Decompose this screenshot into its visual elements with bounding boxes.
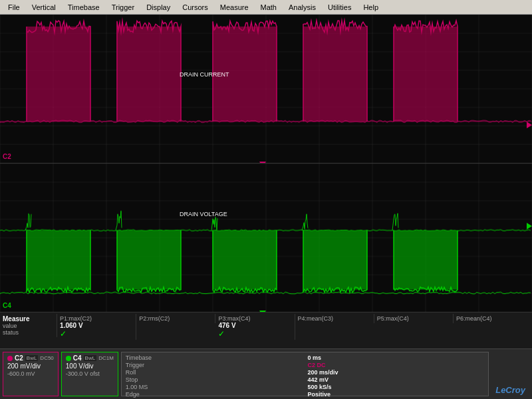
oscilloscope-display: C2 DRAIN CURRENT C4 DRAIN VOLTAGE Measur…	[0, 15, 532, 399]
ch4-name: C4	[73, 354, 82, 362]
trigger-label: Trigger	[126, 362, 303, 368]
ch4-color-dot	[66, 356, 71, 361]
horiz-scale: 200 ms/div	[308, 369, 485, 376]
measure-p4: P4:mean(C3)	[295, 314, 374, 323]
p3-value: 476 V	[218, 322, 291, 329]
ch2-settings[interactable]: C2 BwL DC50 200 mV/div -600.0 mV	[3, 352, 59, 396]
ch2-label-row: C2 BwL DC50	[7, 354, 54, 362]
sample-rate: 500 kS/s	[308, 384, 485, 390]
menu-math[interactable]: Math	[255, 2, 282, 13]
timebase-settings[interactable]: Timebase 0 ms Trigger C2 DC Roll 200 ms/…	[121, 352, 489, 396]
timebase-label: Timebase	[126, 354, 303, 361]
measure-status-label: status	[3, 329, 54, 336]
ch2-bw: BwL	[25, 355, 39, 361]
measure-p2: P2:rms(C2)	[136, 314, 215, 323]
ch2-label: C2	[3, 153, 11, 160]
menu-utilities[interactable]: Utilities	[323, 2, 356, 13]
ch4-scale: 100 V/div	[66, 362, 114, 370]
measure-p6: P6:mean(C4)	[454, 314, 532, 323]
measure-p1: P1:max(C2) 1.060 V ✓	[57, 314, 136, 340]
ch2-color-dot	[7, 356, 13, 361]
measure-p3: P3:max(C4) 476 V ✓	[215, 314, 295, 340]
timebase-value: 0 ms	[308, 354, 485, 361]
stop-value: 442 mV	[308, 376, 485, 383]
p5-label: P5:max(C4)	[377, 315, 450, 322]
ch2-name: C2	[15, 354, 23, 362]
menu-cursors[interactable]: Cursors	[177, 2, 213, 13]
ch2-signal-label: DRAIN CURRENT	[180, 71, 229, 78]
bottom-bar: Measure value status P1:max(C2) 1.060 V …	[0, 313, 532, 399]
channel-settings-row: C2 BwL DC50 200 mV/div -600.0 mV C4 BwL …	[0, 349, 532, 399]
ch4-trig-marker	[259, 311, 266, 313]
p1-label: P1:max(C2)	[60, 315, 133, 322]
measure-title: Measure	[3, 315, 54, 323]
menu-measure[interactable]: Measure	[215, 2, 254, 13]
ch4-settings[interactable]: C4 BwL DC1M 100 V/div -300.0 V ofst	[61, 352, 118, 396]
lecroy-logo: LeCroy	[491, 384, 529, 396]
menu-vertical[interactable]: Vertical	[27, 2, 61, 13]
mem-label: 1.00 MS	[126, 384, 303, 390]
waveform-ch2	[0, 15, 532, 163]
ch2-arrow	[527, 122, 532, 128]
ch2-coupling: DC50	[40, 355, 53, 361]
channel2-panel: C2 DRAIN CURRENT	[0, 15, 532, 164]
p3-status: ✓	[218, 329, 291, 338]
menu-help[interactable]: Help	[358, 2, 384, 13]
p1-status: ✓	[60, 329, 133, 338]
menu-file[interactable]: File	[3, 2, 25, 13]
stop-label: Stop	[126, 376, 303, 383]
waveform-area: C2 DRAIN CURRENT C4 DRAIN VOLTAGE	[0, 15, 532, 313]
ch4-offset: -300.0 V ofst	[66, 370, 114, 377]
waveform-ch4	[0, 164, 532, 312]
roll-label: Roll	[126, 369, 303, 376]
p2-label: P2:rms(C2)	[139, 315, 212, 322]
menu-analysis[interactable]: Analysis	[283, 2, 321, 13]
menu-trigger[interactable]: Trigger	[106, 2, 140, 13]
edge-label: Edge	[126, 391, 303, 398]
p6-label: P6:mean(C4)	[456, 315, 529, 322]
ch4-label: C4	[3, 302, 11, 309]
p1-value: 1.060 V	[60, 322, 133, 329]
measure-title-col: Measure value status	[0, 314, 57, 337]
ch4-bw: BwL	[84, 355, 97, 361]
trigger-value: C2 DC	[308, 362, 485, 368]
ch4-label-row: C4 BwL DC1M	[66, 354, 114, 362]
measure-value-label: value	[3, 323, 54, 329]
ch2-offset: -600.0 mV	[7, 370, 54, 377]
ch4-arrow	[527, 223, 532, 229]
edge-value: Positive	[308, 391, 485, 398]
p4-label: P4:mean(C3)	[298, 315, 371, 322]
p3-label: P3:max(C4)	[218, 315, 291, 322]
menu-timebase[interactable]: Timebase	[63, 2, 105, 13]
menu-bar: File Vertical Timebase Trigger Display C…	[0, 0, 532, 15]
measure-p5: P5:max(C4)	[374, 314, 454, 323]
ch4-coupling: DC1M	[98, 355, 114, 361]
ch4-signal-label: DRAIN VOLTAGE	[180, 211, 227, 217]
menu-display[interactable]: Display	[141, 2, 176, 13]
channel4-panel: C4 DRAIN VOLTAGE	[0, 164, 532, 313]
measure-row: Measure value status P1:max(C2) 1.060 V …	[0, 313, 532, 349]
ch2-scale: 200 mV/div	[7, 362, 54, 370]
